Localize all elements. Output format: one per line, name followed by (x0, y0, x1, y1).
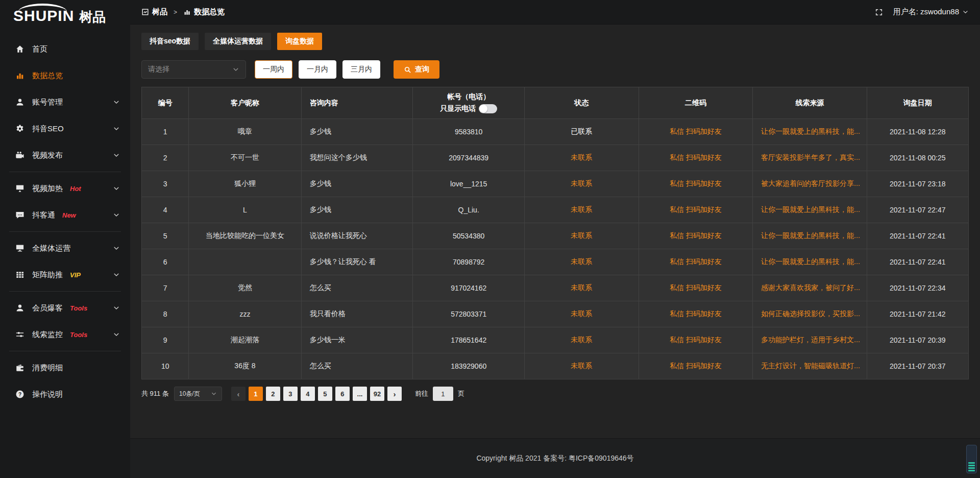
page-button-2[interactable]: 2 (266, 387, 280, 401)
breadcrumb-item-current[interactable]: 数据总览 (183, 7, 225, 17)
cell-nickname: 36度 8 (189, 353, 301, 379)
tab-0[interactable]: 抖音seo数据 (141, 33, 199, 50)
cell-source-link[interactable]: 多功能护栏灯，适用于乡村文... (753, 327, 867, 353)
period-button-2[interactable]: 三月内 (342, 60, 380, 79)
cell-status: 未联系 (525, 197, 639, 223)
chevron-down-icon (113, 304, 120, 312)
next-page-button[interactable]: › (387, 387, 402, 401)
prev-page-button[interactable]: ‹ (231, 387, 246, 401)
period-button-0[interactable]: 一周内 (255, 60, 292, 79)
page-button-3[interactable]: 3 (283, 387, 298, 401)
page-button-5[interactable]: 5 (318, 387, 332, 401)
sidebar-item-home[interactable]: 首页 (0, 36, 130, 62)
fullscreen-icon[interactable] (875, 8, 883, 16)
user-icon (15, 98, 24, 107)
cell-content: 怎么买 (301, 275, 413, 301)
sidebar-item-media-operation[interactable]: 全媒体运营 (0, 235, 130, 261)
cell-qrcode-link[interactable]: 私信 扫码加好友 (639, 223, 753, 249)
cell-nickname: 哦章 (189, 119, 301, 145)
breadcrumb-label: 树品 (152, 7, 167, 17)
page-button-1[interactable]: 1 (249, 387, 263, 401)
cell-date: 2021-11-07 22:41 (867, 223, 968, 249)
cell-no: 9 (142, 327, 189, 353)
sidebar-item-data-overview[interactable]: 数据总览 (0, 62, 130, 89)
sidebar-item-douyin-seo[interactable]: 抖音SEO (0, 115, 130, 142)
breadcrumb-item-home[interactable]: 树品 (141, 7, 167, 17)
cell-source-link[interactable]: 让你一眼就爱上的黑科技，能... (753, 197, 867, 223)
page-button-92[interactable]: 92 (370, 387, 384, 401)
sidebar: SHUPIN 树品 首页数据总览账号管理抖音SEO视频发布视频加热Hot抖客通N… (0, 0, 130, 478)
cell-qrcode-link[interactable]: 私信 扫码加好友 (639, 301, 753, 327)
tab-2[interactable]: 询盘数据 (277, 33, 322, 50)
cell-qrcode-link[interactable]: 私信 扫码加好友 (639, 171, 753, 197)
cell-qrcode-link[interactable]: 私信 扫码加好友 (639, 145, 753, 171)
cell-status: 未联系 (525, 145, 639, 171)
cell-no: 4 (142, 197, 189, 223)
user-menu[interactable]: 用户名: zswodun88 (893, 7, 969, 17)
cell-qrcode-link[interactable]: 私信 扫码加好友 (639, 275, 753, 301)
page-size-label: 10条/页 (179, 390, 200, 398)
cell-date: 2021-11-07 22:41 (867, 249, 968, 275)
cell-account: 9583810 (413, 119, 525, 145)
sidebar-item-operation-guide[interactable]: ?操作说明 (0, 381, 130, 408)
cell-account: 917024162 (413, 275, 525, 301)
cell-no: 2 (142, 145, 189, 171)
cell-qrcode-link[interactable]: 私信 扫码加好友 (639, 197, 753, 223)
tab-1[interactable]: 全媒体运营数据 (205, 33, 271, 50)
sidebar-item-label: 抖客通 (32, 210, 55, 220)
sidebar-item-doketong[interactable]: 抖客通New (0, 202, 130, 228)
page-button-6[interactable]: 6 (335, 387, 350, 401)
sidebar-item-video-publish[interactable]: 视频发布 (0, 142, 130, 169)
content: 抖音seo数据全媒体运营数据询盘数据 请选择 一周内一月内三月内 查询 (130, 25, 980, 438)
page-ellipsis-button[interactable]: ... (353, 387, 367, 401)
sidebar-item-video-heat[interactable]: 视频加热Hot (0, 175, 130, 202)
account-select[interactable]: 请选择 (141, 60, 246, 79)
period-button-group: 一周内一月内三月内 (246, 60, 380, 79)
cell-content: 我想问这个多少钱 (301, 145, 413, 171)
sidebar-item-label: 首页 (32, 44, 47, 54)
cell-content: 多少钱一米 (301, 327, 413, 353)
cell-date: 2021-11-07 23:18 (867, 171, 968, 197)
filter-bar: 请选择 一周内一月内三月内 查询 (141, 60, 969, 79)
phone-only-toggle[interactable] (479, 104, 497, 113)
table-row: 3狐小狸多少钱love__1215未联系私信 扫码加好友被大家追着问的客厅投影分… (142, 171, 969, 197)
page-button-4[interactable]: 4 (301, 387, 315, 401)
cell-source-link[interactable]: 被大家追着问的客厅投影分享... (753, 171, 867, 197)
cell-source-link[interactable]: 让你一眼就爱上的黑科技，能... (753, 119, 867, 145)
period-button-1[interactable]: 一月内 (299, 60, 336, 79)
dashboard-icon (141, 8, 149, 16)
cell-source-link[interactable]: 让你一眼就爱上的黑科技，能... (753, 223, 867, 249)
sidebar-item-matrix-boost[interactable]: 矩阵助推VIP (0, 261, 130, 288)
goto-page: 前往 1 页 (415, 387, 464, 401)
breadcrumb: 树品 > 数据总览 (141, 7, 225, 17)
cell-nickname: L (189, 197, 301, 223)
cell-qrcode-link[interactable]: 私信 扫码加好友 (639, 119, 753, 145)
cell-source-link[interactable]: 无主灯设计，智能磁吸轨道灯... (753, 353, 867, 379)
sidebar-item-label: 全媒体运营 (32, 244, 70, 253)
cell-account: love__1215 (413, 171, 525, 197)
goto-page-input[interactable]: 1 (433, 387, 453, 401)
col-source: 线索来源 (753, 87, 867, 119)
cell-qrcode-link[interactable]: 私信 扫码加好友 (639, 353, 753, 379)
cell-source-link[interactable]: 让你一眼就爱上的黑科技，能... (753, 249, 867, 275)
monitor-icon (15, 244, 24, 253)
page-size-select[interactable]: 10条/页 (174, 387, 222, 401)
sidebar-item-clue-monitor[interactable]: 线索监控Tools (0, 321, 130, 348)
cell-qrcode-link[interactable]: 私信 扫码加好友 (639, 249, 753, 275)
col-account: 帐号（电话） 只显示电话 (413, 87, 525, 119)
chevron-down-icon (113, 245, 120, 252)
cell-qrcode-link[interactable]: 私信 扫码加好友 (639, 327, 753, 353)
sidebar-item-account-manage[interactable]: 账号管理 (0, 89, 130, 115)
cell-content: 多少钱 (301, 119, 413, 145)
cell-source-link[interactable]: 如何正确选择投影仪，买投影... (753, 301, 867, 327)
sidebar-item-consume-detail[interactable]: 消费明细 (0, 354, 130, 381)
cell-source-link[interactable]: 感谢大家喜欢我家，被问了好... (753, 275, 867, 301)
sidebar-item-label: 会员爆客 (32, 303, 63, 313)
sidebar-item-member-baoke[interactable]: 会员爆客Tools (0, 295, 130, 321)
sidebar-item-badge: Hot (70, 185, 81, 193)
goto-suffix: 页 (458, 389, 464, 398)
cell-source-link[interactable]: 客厅安装投影半年多了，真实... (753, 145, 867, 171)
query-button[interactable]: 查询 (394, 60, 439, 79)
sidebar-item-badge: Tools (70, 304, 87, 312)
cell-nickname: zzz (189, 301, 301, 327)
